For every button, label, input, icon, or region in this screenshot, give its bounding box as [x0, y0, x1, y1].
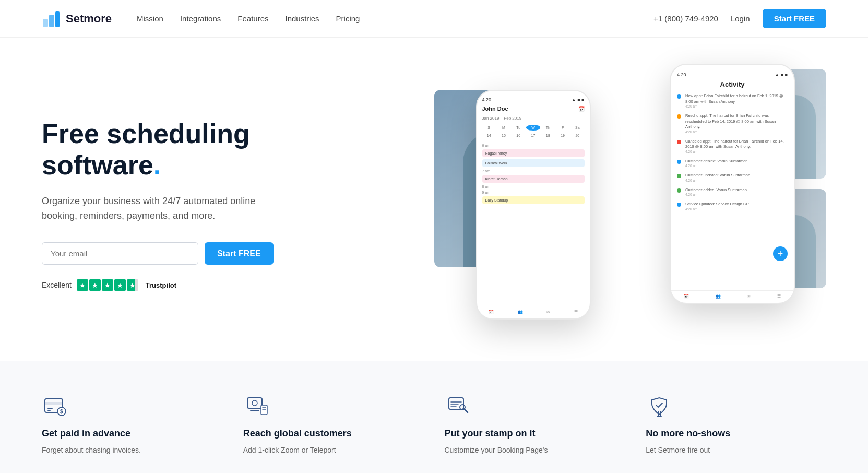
appt-3: Klaret Harnan...: [482, 175, 585, 183]
cal-day-f: F: [556, 125, 569, 131]
activity-bottom-nav: 📅 👥 ✉ ☰: [671, 290, 794, 299]
time-8am: 8 am: [482, 185, 585, 188]
cal-num-16: 16: [512, 133, 525, 138]
activity-text-1: New appt: Brian Fairchild for a haircut …: [685, 93, 788, 104]
activity-item-4: Customer denied: Varun Suntarman 4:20 am: [677, 159, 788, 168]
cal-day-m: M: [497, 125, 510, 131]
phone-calendar-icon: 📅: [578, 106, 585, 112]
phone-time: 4:20: [482, 97, 492, 102]
cal-day-s: S: [482, 125, 496, 131]
cal-num-20: 20: [570, 133, 584, 138]
feature-noshows-desc: Let Setmore fire out: [646, 444, 826, 456]
activity-time-3: 4:20 am: [685, 150, 788, 153]
phone-appointments: 6 am NagasiPaney Political Work 7 am Kla…: [482, 144, 585, 204]
activity-time-7: 4:20 am: [685, 207, 749, 211]
activity-status-bar: 4:20 ▲ ■ ■: [677, 72, 788, 77]
feature-global: Reach global customers Add 1-click Zoom …: [243, 393, 424, 456]
logo-text: Setmore: [66, 12, 112, 26]
activity-content-7: Service updated: Service Design GP 4:20 …: [685, 202, 749, 211]
features-section: $ Get paid in advance Forget about chasi…: [0, 361, 868, 473]
nav-pricing[interactable]: Pricing: [336, 14, 360, 23]
bottom-nav-team: 👥: [518, 310, 523, 314]
activity-item-1: New appt: Brian Fairchild for a haircut …: [677, 93, 788, 108]
svg-rect-4: [45, 402, 63, 405]
cal-day-th: Th: [541, 125, 555, 131]
nav-features[interactable]: Features: [237, 14, 268, 23]
activity-nav-calendar: 📅: [684, 294, 689, 299]
nav-mission[interactable]: Mission: [137, 14, 163, 23]
activity-plus-button[interactable]: +: [773, 246, 788, 261]
cal-day-tu: Tu: [512, 125, 525, 131]
trustpilot-brand: Trustpilot: [146, 281, 176, 289]
feature-stamp-desc: Customize your Booking Page's: [445, 444, 625, 456]
activity-dot-5: [677, 174, 681, 178]
activity-content-1: New appt: Brian Fairchild for a haircut …: [685, 93, 788, 108]
activity-phone-mockup: 4:20 ▲ ■ ■ Activity New appt: Brian Fair…: [670, 64, 795, 304]
noshows-icon: [646, 393, 673, 420]
hero-cta-button[interactable]: Start FREE: [205, 242, 274, 265]
phone-status-bar: 4:20 ▲ ■ ■: [482, 97, 585, 102]
activity-content-4: Customer denied: Varun Suntarman 4:20 am: [685, 159, 748, 168]
bottom-nav-mail: ✉: [546, 310, 550, 314]
activity-text-5: Customer updated: Varun Suntarman: [685, 173, 750, 179]
activity-title: Activity: [677, 80, 788, 88]
nav-industries[interactable]: Industries: [286, 14, 319, 23]
svg-point-10: [252, 400, 257, 406]
start-free-nav-button[interactable]: Start FREE: [763, 9, 826, 28]
time-6am: 6 am: [482, 144, 585, 147]
activity-time-6: 4:20 am: [685, 193, 747, 196]
feature-payments: $ Get paid in advance Forget about chasi…: [42, 393, 222, 456]
hero-title: Free scheduling software.: [42, 119, 434, 181]
activity-dot-4: [677, 160, 681, 164]
activity-icons: ▲ ■ ■: [775, 72, 788, 77]
svg-rect-15: [449, 398, 463, 409]
nav-links: Mission Integrations Features Industries…: [137, 14, 360, 23]
email-form: Start FREE: [42, 242, 434, 265]
feature-payments-title: Get paid in advance: [42, 428, 222, 439]
calendar-numbers: 14 15 16 17 18 19 20: [482, 133, 585, 138]
time-7am: 7 am: [482, 169, 585, 173]
activity-time-5: 4:20 am: [685, 179, 750, 182]
cal-num-17: 17: [526, 133, 540, 138]
star-4: ★: [114, 279, 126, 291]
phone-number: +1 (800) 749-4920: [653, 14, 718, 23]
global-icon: [243, 393, 270, 420]
phone-user-name: John Doe: [482, 105, 508, 112]
phone-date-range: Jan 2019 – Feb 2019: [482, 116, 585, 121]
svg-text:$: $: [60, 409, 63, 415]
bottom-nav-more: ☰: [574, 310, 578, 314]
activity-text-4: Customer denied: Varun Suntarman: [685, 159, 748, 164]
activity-content-3: Canceled appt: The haircut for Brian Fai…: [685, 139, 788, 153]
cal-day-w: W: [526, 125, 540, 131]
activity-text-3: Canceled appt: The haircut for Brian Fai…: [685, 139, 788, 150]
appt-2: Political Work: [482, 159, 585, 167]
calendar-day-headers: S M Tu W Th F Sa: [482, 125, 585, 131]
feature-payments-desc: Forget about chasing invoices.: [42, 444, 222, 456]
email-input[interactable]: [42, 242, 198, 265]
cal-day-sa: Sa: [570, 125, 584, 131]
feature-noshows: No more no-shows Let Setmore fire out: [646, 393, 826, 456]
activity-content-6: Customer added: Varun Suntarman 4:20 am: [685, 187, 747, 197]
login-link[interactable]: Login: [731, 14, 750, 23]
star-2: ★: [89, 279, 101, 291]
svg-rect-1: [49, 15, 54, 27]
phone-screen-calendar: 4:20 ▲ ■ ■ John Doe 📅 Jan 2019 – Feb 201…: [477, 91, 590, 212]
hero-section: Free scheduling software. Organize your …: [0, 38, 868, 361]
feature-stamp: Put your stamp on it Customize your Book…: [445, 393, 625, 456]
activity-item-2: Reschd appt: The haircut for Brian Fairc…: [677, 113, 788, 134]
activity-time: 4:20: [677, 72, 686, 77]
activity-nav-more: ☰: [777, 294, 781, 299]
star-1: ★: [77, 279, 88, 291]
activity-nav-team: 👥: [716, 294, 721, 299]
hero-subtitle: Organize your business with 24/7 automat…: [42, 194, 292, 224]
logo[interactable]: Setmore: [42, 9, 112, 28]
star-3: ★: [102, 279, 113, 291]
nav-integrations[interactable]: Integrations: [180, 14, 221, 23]
activity-item-3: Canceled appt: The haircut for Brian Fai…: [677, 139, 788, 153]
navbar: Setmore Mission Integrations Features In…: [0, 0, 868, 38]
activity-content-2: Reschd appt: The haircut for Brian Fairc…: [685, 113, 788, 134]
activity-dot-7: [677, 203, 681, 207]
cal-num-18: 18: [541, 133, 555, 138]
activity-nav-mail: ✉: [747, 294, 751, 299]
hero-left: Free scheduling software. Organize your …: [42, 119, 434, 291]
